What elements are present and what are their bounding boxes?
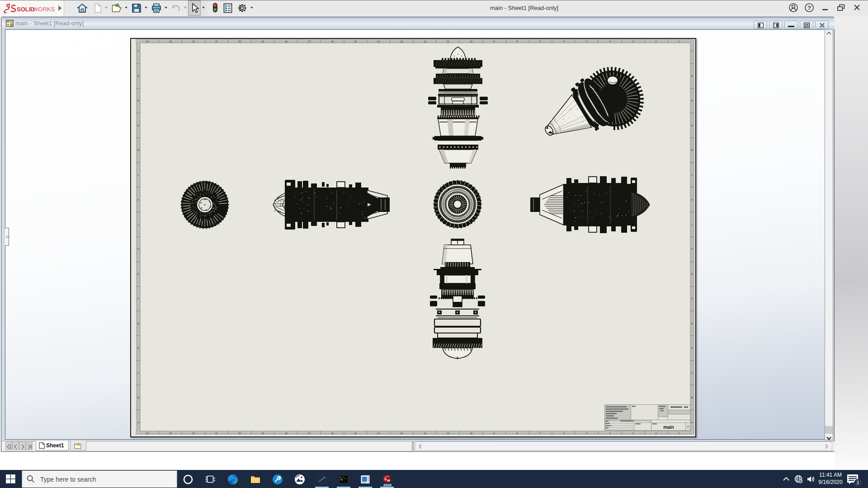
- svg-text:S: S: [384, 477, 387, 481]
- svg-text:?: ?: [807, 5, 811, 11]
- svg-text:C:\_: C:\_: [340, 476, 347, 479]
- svg-text:3: 3: [856, 480, 859, 485]
- svg-text:WORKS: WORKS: [33, 6, 55, 13]
- svg-text:W: W: [387, 479, 391, 483]
- svg-text:SOLID: SOLID: [17, 6, 35, 13]
